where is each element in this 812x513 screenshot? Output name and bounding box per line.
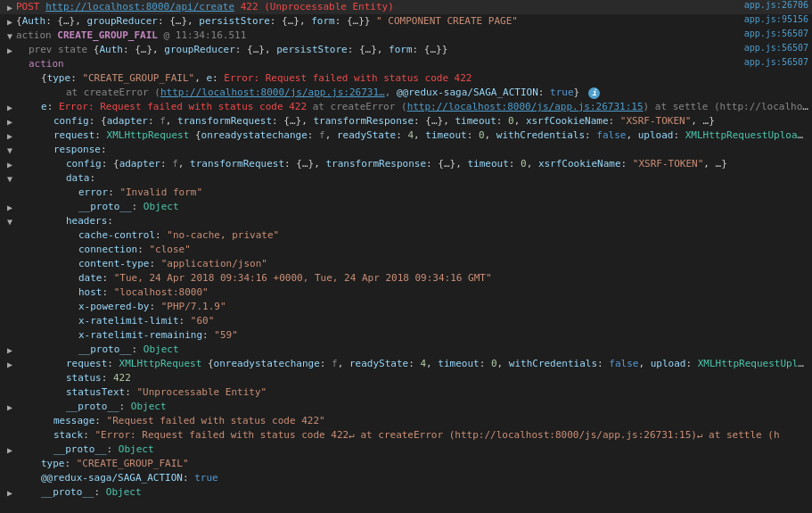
rate-remaining-content: x-ratelimit-remaining: "59" (78, 328, 808, 343)
console-panel[interactable]: POST http://localhost:8000/api/create 42… (0, 0, 812, 513)
source-link-3[interactable]: app.js:56507 (701, 29, 808, 38)
toggle-proto-3[interactable] (4, 402, 16, 412)
log-line-stack: stack: "Error: Request failed with statu… (0, 428, 812, 443)
network-error-content: POST http://localhost:8000/api/create 42… (16, 0, 701, 14)
request-2-content: request: XMLHttpRequest {onreadystatecha… (66, 357, 808, 371)
response-content: response: (53, 143, 808, 157)
auth-state-content: {Auth: {…}, groupReducer: {…}, persistSt… (16, 14, 701, 29)
log-line-status-text: statusText: "Unprocessable Entity" (0, 385, 812, 400)
log-line-type-val: type: "CREATE_GROUP_FAIL" (0, 457, 812, 471)
toggle-proto-5[interactable] (4, 488, 16, 498)
source-link-1[interactable]: app.js:26706 (701, 0, 808, 10)
error-val-content: error: "Invalid form" (78, 186, 808, 200)
log-line-fail-type: {type: "CREATE_GROUP_FAIL", e: Error: Re… (0, 71, 812, 86)
log-line-proto-4: __proto__: Object (0, 443, 812, 457)
toggle-response[interactable] (4, 145, 16, 155)
log-line-rate-remaining: x-ratelimit-remaining: "59" (0, 328, 812, 343)
log-line-data-key: data: (0, 171, 812, 186)
stack-content: stack: "Error: Request failed with statu… (53, 428, 808, 443)
fail-type-content: {type: "CREATE_GROUP_FAIL", e: Error: Re… (41, 71, 808, 86)
toggle-action[interactable] (4, 31, 16, 41)
log-line-saga-action: @@redux-saga/SAGA_ACTION: true (0, 471, 812, 485)
create-error-link[interactable]: http://localhost:8000/js/app.js:26731… (160, 87, 385, 98)
toggle-auth-state[interactable] (4, 17, 16, 27)
toggle-network-error[interactable] (4, 3, 16, 12)
toggle-request-1[interactable] (4, 131, 16, 141)
proto-5-content: __proto__: Object (41, 485, 808, 500)
e-error-content: e: Error: Request failed with status cod… (41, 100, 808, 114)
content-type-content: content-type: "application/json" (78, 257, 808, 271)
log-line-request-1: request: XMLHttpRequest {onreadystatecha… (0, 128, 812, 143)
action-content: action CREATE_GROUP_FAIL @ 11:34:16.511 (16, 29, 701, 43)
source-link-5[interactable]: app.js:56507 (701, 57, 808, 67)
status-code: 422 (Unprocessable Entity) (234, 1, 394, 12)
toggle-proto-4[interactable] (4, 445, 16, 455)
log-line-proto-3: __proto__: Object (0, 400, 812, 414)
proto-1-content: __proto__: Object (78, 200, 808, 214)
log-line-message: message: "Request failed with status cod… (0, 414, 812, 428)
log-line-date: date: "Tue, 24 Apr 2018 09:34:16 +0000, … (0, 271, 812, 285)
source-link-2[interactable]: app.js:95156 (701, 14, 808, 24)
log-line-content-type: content-type: "application/json" (0, 257, 812, 271)
toggle-prev-state[interactable] (4, 46, 16, 55)
log-line-rate-limit: x-ratelimit-limit: "60" (0, 314, 812, 328)
proto-4-content: __proto__: Object (53, 443, 808, 457)
status-content: status: 422 (66, 371, 808, 385)
request-url[interactable]: http://localhost:8000/api/create (45, 1, 234, 12)
http-method: POST (16, 1, 45, 12)
log-line-headers: headers: (0, 214, 812, 228)
source-link-4[interactable]: app.js:56507 (701, 43, 808, 53)
log-line-config-1: config: {adapter: f, transformRequest: {… (0, 114, 812, 128)
log-line-proto-1: __proto__: Object (0, 200, 812, 214)
log-line-prev-state: prev state {Auth: {…}, groupReducer: {…}… (0, 43, 812, 57)
log-line-at-create-error: at createError (http://localhost:8000/js… (0, 86, 812, 100)
saga-action-content: @@redux-saga/SAGA_ACTION: true (41, 471, 808, 485)
log-line-network-error: POST http://localhost:8000/api/create 42… (0, 0, 812, 14)
log-line-x-powered-by: x-powered-by: "PHP/7.1.9" (0, 300, 812, 314)
proto-2-content: __proto__: Object (78, 343, 808, 357)
proto-3-content: __proto__: Object (66, 400, 808, 414)
date-content: date: "Tue, 24 Apr 2018 09:34:16 +0000, … (78, 271, 808, 285)
log-line-config-2: config: {adapter: f, transformRequest: {… (0, 157, 812, 171)
toggle-config-1[interactable] (4, 117, 16, 127)
toggle-proto-2[interactable] (4, 345, 16, 355)
toggle-config-2[interactable] (4, 160, 16, 170)
log-line-request-2: request: XMLHttpRequest {onreadystatecha… (0, 357, 812, 371)
log-line-status: status: 422 (0, 371, 812, 385)
at-create-error-content: at createError (http://localhost:8000/js… (66, 86, 808, 100)
toggle-headers[interactable] (4, 217, 16, 227)
log-line-host: host: "localhost:8000" (0, 285, 812, 300)
data-key-content: data: (66, 171, 808, 186)
request-1-content: request: XMLHttpRequest {onreadystatecha… (53, 128, 808, 143)
log-line-action-label: action app.js:56507 (0, 57, 812, 71)
toggle-proto-1[interactable] (4, 203, 16, 212)
cache-control-content: cache-control: "no-cache, private" (78, 228, 808, 243)
log-line-proto-2: __proto__: Object (0, 343, 812, 357)
config-2-content: config: {adapter: f, transformRequest: {… (66, 157, 808, 171)
log-line-error-val: error: "Invalid form" (0, 186, 812, 200)
rate-limit-content: x-ratelimit-limit: "60" (78, 314, 808, 328)
message-content: message: "Request failed with status cod… (53, 414, 808, 428)
prev-state-content: prev state {Auth: {…}, groupReducer: {…}… (29, 43, 701, 57)
log-line-response: response: (0, 143, 812, 157)
log-line-cache-control: cache-control: "no-cache, private" (0, 228, 812, 243)
headers-content: headers: (66, 214, 808, 228)
status-text-content: statusText: "Unprocessable Entity" (66, 385, 808, 400)
info-icon: i (588, 87, 600, 99)
log-line-auth-state: {Auth: {…}, groupReducer: {…}, persistSt… (0, 14, 812, 29)
settle-link[interactable]: http://localhost:8000/js/app.js:26731:15 (407, 101, 644, 112)
toggle-request-2[interactable] (4, 360, 16, 369)
connection-content: connection: "close" (78, 243, 808, 257)
type-val-content: type: "CREATE_GROUP_FAIL" (41, 457, 808, 471)
action-label-content: action (29, 57, 701, 71)
toggle-data[interactable] (4, 174, 16, 184)
config-1-content: config: {adapter: f, transformRequest: {… (53, 114, 808, 128)
log-line-connection: connection: "close" (0, 243, 812, 257)
log-line-e-error: e: Error: Request failed with status cod… (0, 100, 812, 114)
log-line-proto-5: __proto__: Object (0, 485, 812, 500)
x-powered-by-content: x-powered-by: "PHP/7.1.9" (78, 300, 808, 314)
host-content: host: "localhost:8000" (78, 285, 808, 300)
toggle-e-error[interactable] (4, 103, 16, 112)
log-line-action-create-fail: action CREATE_GROUP_FAIL @ 11:34:16.511 … (0, 29, 812, 43)
